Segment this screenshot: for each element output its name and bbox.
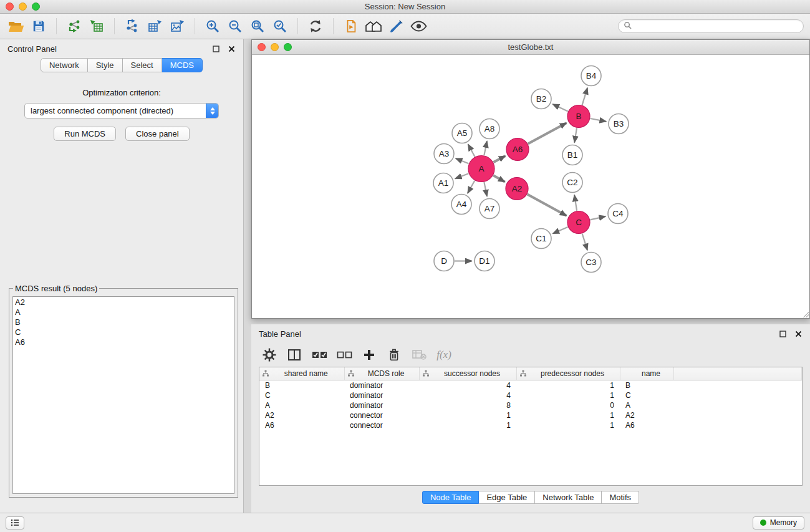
- table-row[interactable]: Adominator80A: [259, 400, 802, 410]
- table-row[interactable]: Cdominator41C: [259, 390, 802, 400]
- graph-node-C2[interactable]: C2: [562, 173, 582, 193]
- graph-edge-A-A7[interactable]: [484, 182, 487, 196]
- run-mcds-button[interactable]: Run MCDS: [54, 127, 116, 141]
- network-canvas[interactable]: B4B2BB3A5A8A6B1A3AC2A1A2A4A7CC4C1C3DD1: [252, 55, 809, 318]
- graph-node-C4[interactable]: C4: [608, 204, 628, 224]
- mcds-result-item[interactable]: B: [15, 317, 232, 327]
- memory-button[interactable]: Memory: [753, 516, 804, 530]
- zoom-fit-icon[interactable]: [248, 16, 268, 36]
- table-cell[interactable]: C: [259, 390, 344, 400]
- table-cell[interactable]: dominator: [344, 390, 419, 400]
- table-cell[interactable]: C: [620, 390, 673, 400]
- tab-style[interactable]: Style: [88, 58, 123, 72]
- tab-edge-table[interactable]: Edge Table: [479, 491, 535, 504]
- close-panel-icon[interactable]: [228, 45, 236, 53]
- graph-edge-B-B1[interactable]: [574, 128, 577, 142]
- mcds-result-item[interactable]: A6: [15, 337, 232, 347]
- graph-edge-A-A1[interactable]: [455, 173, 469, 178]
- select-all-icon[interactable]: [310, 346, 329, 364]
- graph-node-C[interactable]: C: [567, 211, 590, 234]
- zoom-out-icon[interactable]: [225, 16, 245, 36]
- table-cell[interactable]: connector: [344, 410, 419, 420]
- search-field[interactable]: [618, 19, 804, 33]
- graph-edge-C-C2[interactable]: [574, 195, 577, 210]
- graph-edge-A2-C[interactable]: [528, 195, 567, 216]
- column-header[interactable]: shared name: [259, 367, 344, 380]
- table-cell[interactable]: A6: [620, 420, 673, 430]
- graph-edge-B-B3[interactable]: [591, 118, 607, 122]
- table-cell[interactable]: dominator: [344, 400, 419, 410]
- table-cell[interactable]: dominator: [344, 380, 419, 390]
- table-row[interactable]: A2connector11A2: [259, 410, 802, 420]
- graph-edge-A-A4[interactable]: [468, 181, 475, 193]
- task-history-button[interactable]: [6, 516, 24, 530]
- graph-edge-C-C3[interactable]: [582, 234, 587, 251]
- graph-node-A7[interactable]: A7: [480, 199, 499, 219]
- search-input[interactable]: [635, 22, 798, 31]
- graph-edge-A6-B[interactable]: [528, 123, 567, 143]
- export-table-icon[interactable]: [145, 16, 165, 36]
- graph-node-C1[interactable]: C1: [531, 229, 551, 249]
- graph-node-B[interactable]: B: [567, 105, 590, 128]
- graph-edge-A-A2[interactable]: [493, 175, 505, 181]
- graph-edge-A-A3[interactable]: [456, 158, 469, 163]
- deselect-all-icon[interactable]: [335, 346, 354, 364]
- graph-node-B2[interactable]: B2: [531, 89, 551, 109]
- graph-node-A6[interactable]: A6: [506, 138, 529, 161]
- graph-node-A4[interactable]: A4: [451, 195, 471, 215]
- table-cell[interactable]: A6: [259, 420, 344, 430]
- network-graph[interactable]: B4B2BB3A5A8A6B1A3AC2A1A2A4A7CC4C1C3DD1: [252, 55, 809, 318]
- graph-edge-C-C1[interactable]: [552, 227, 567, 233]
- columns-icon[interactable]: [285, 346, 304, 364]
- close-table-panel-icon[interactable]: [794, 330, 803, 338]
- table-cell[interactable]: 0: [516, 400, 620, 410]
- mcds-result-item[interactable]: C: [15, 327, 232, 337]
- mcds-result-list[interactable]: A2 A B C A6: [12, 296, 234, 494]
- table-cell[interactable]: A: [259, 400, 344, 410]
- float-panel-icon[interactable]: [212, 45, 220, 53]
- table-cell[interactable]: 1: [419, 420, 516, 430]
- graph-node-C3[interactable]: C3: [581, 253, 601, 273]
- open-session-icon[interactable]: [6, 16, 26, 36]
- graph-node-A[interactable]: A: [468, 156, 494, 182]
- zoom-in-icon[interactable]: [203, 16, 223, 36]
- graph-node-B1[interactable]: B1: [562, 145, 582, 165]
- graph-edge-B-B4[interactable]: [582, 88, 588, 105]
- optimization-criterion-dropdown[interactable]: largest connected component (directed): [24, 103, 219, 118]
- table-cell[interactable]: 1: [516, 420, 620, 430]
- table-cell[interactable]: 8: [419, 400, 516, 410]
- graph-node-B4[interactable]: B4: [581, 66, 601, 86]
- graph-node-A5[interactable]: A5: [452, 123, 472, 143]
- zoom-selected-icon[interactable]: [270, 16, 290, 36]
- import-file-icon[interactable]: [341, 16, 361, 36]
- save-session-icon[interactable]: [29, 16, 49, 36]
- graph-node-D1[interactable]: D1: [475, 251, 494, 271]
- column-header[interactable]: predecessor nodes: [516, 367, 620, 380]
- table-cell[interactable]: A: [620, 400, 673, 410]
- refresh-icon[interactable]: [306, 16, 325, 36]
- export-image-icon[interactable]: [167, 16, 187, 36]
- column-header[interactable]: MCDS role: [344, 367, 419, 380]
- mcds-result-item[interactable]: A2: [15, 297, 232, 307]
- graph-node-B3[interactable]: B3: [609, 114, 629, 134]
- tab-motifs[interactable]: Motifs: [602, 491, 639, 504]
- close-button[interactable]: [6, 2, 14, 11]
- table-cell[interactable]: A2: [620, 410, 673, 420]
- close-panel-button[interactable]: Close panel: [125, 127, 190, 141]
- add-row-icon[interactable]: [360, 346, 378, 364]
- graph-edge-A-A8[interactable]: [484, 141, 487, 155]
- table-cell[interactable]: B: [259, 380, 344, 390]
- tab-network-table[interactable]: Network Table: [535, 491, 602, 504]
- tab-select[interactable]: Select: [123, 58, 162, 72]
- table-cell[interactable]: 1: [516, 390, 620, 400]
- network-zoom-button[interactable]: [284, 43, 292, 51]
- table-row[interactable]: Bdominator41B: [259, 380, 802, 390]
- mcds-result-item[interactable]: A: [15, 307, 232, 317]
- graph-node-A2[interactable]: A2: [506, 178, 528, 200]
- table-cell[interactable]: 1: [516, 410, 620, 420]
- graph-edge-A-A5[interactable]: [468, 144, 475, 157]
- gear-icon[interactable]: [260, 346, 279, 364]
- network-close-button[interactable]: [258, 43, 266, 51]
- table-cell[interactable]: 1: [516, 380, 620, 390]
- eye-icon[interactable]: [408, 16, 428, 36]
